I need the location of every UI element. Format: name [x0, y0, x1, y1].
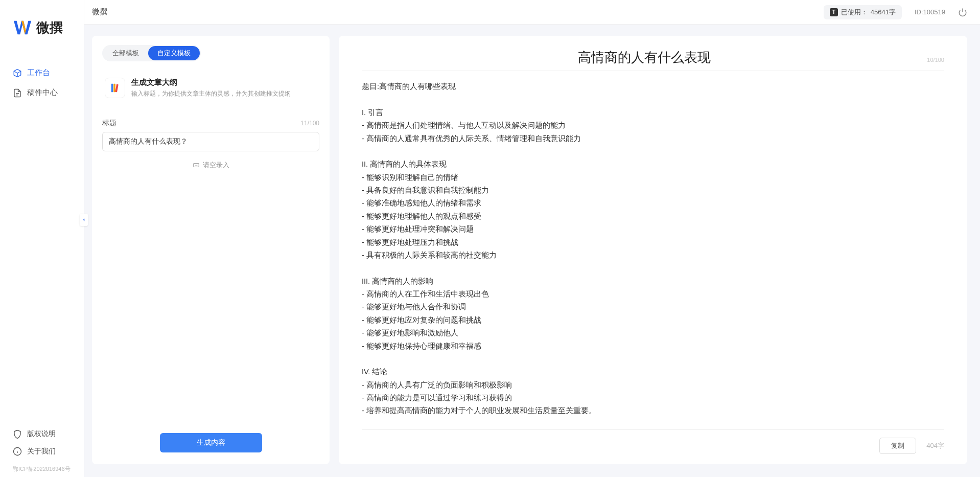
- word-count: 404字: [926, 441, 944, 450]
- user-id: ID:100519: [915, 8, 945, 16]
- books-icon: [109, 82, 121, 94]
- svg-rect-5: [193, 164, 199, 167]
- sidebar: 微撰 工作台 稿件中心: [0, 0, 84, 477]
- sidebar-collapse-handle[interactable]: [80, 214, 88, 226]
- shield-icon: [13, 429, 22, 439]
- svg-rect-3: [113, 84, 115, 93]
- nav-item-workbench[interactable]: 工作台: [0, 63, 84, 83]
- logo: 微撰: [0, 0, 84, 48]
- svg-rect-4: [115, 84, 118, 92]
- template-title: 生成文章大纲: [131, 78, 317, 87]
- svg-rect-2: [111, 84, 113, 93]
- usage-pill[interactable]: T 已使用： 45641字: [824, 5, 902, 19]
- divider: [362, 71, 944, 71]
- output-title: 高情商的人有什么表现: [362, 49, 927, 66]
- footer-nav: 版权说明 关于我们: [0, 420, 84, 463]
- cube-icon: [13, 69, 22, 78]
- nav-label: 稿件中心: [27, 88, 58, 98]
- title-counter: 11/100: [300, 120, 319, 127]
- main-nav: 工作台 稿件中心: [0, 48, 84, 420]
- output-footer: 复制 404字: [362, 429, 944, 454]
- title-form-group: 标题 11/100: [102, 119, 319, 151]
- nav-label: 工作台: [27, 68, 50, 78]
- template-desc: 输入标题，为你提供文章主体的灵感，并为其创建推文提纲: [131, 89, 317, 98]
- copy-button[interactable]: 复制: [879, 438, 916, 454]
- chevron-left-icon: [81, 217, 86, 222]
- template-icon-wrapper: [105, 78, 125, 98]
- nav-label: 版权说明: [27, 429, 56, 439]
- output-body[interactable]: 题目:高情商的人有哪些表现 I. 引言 - 高情商是指人们处理情绪、与他人互动以…: [362, 80, 944, 424]
- template-tabs: 全部模板 自定义模板: [102, 45, 201, 61]
- text-icon: T: [830, 8, 838, 16]
- usage-value: 45641字: [871, 8, 896, 17]
- template-card: 生成文章大纲 输入标题，为你提供文章主体的灵感，并为其创建推文提纲: [102, 73, 319, 103]
- output-title-counter: 10/100: [927, 57, 944, 63]
- document-icon: [13, 88, 22, 98]
- tab-all-templates[interactable]: 全部模板: [103, 46, 148, 60]
- nav-label: 关于我们: [27, 447, 56, 456]
- title-label: 标题: [102, 119, 116, 128]
- logo-text: 微撰: [36, 19, 63, 37]
- tab-custom-templates[interactable]: 自定义模板: [148, 46, 200, 60]
- power-icon[interactable]: [958, 8, 967, 17]
- icp-text: 鄂ICP备2022016946号: [0, 463, 84, 477]
- generate-button[interactable]: 生成内容: [160, 433, 262, 452]
- voice-input-label: 请空录入: [203, 161, 229, 170]
- nav-item-drafts[interactable]: 稿件中心: [0, 83, 84, 103]
- logo-icon: [13, 18, 32, 37]
- nav-item-copyright[interactable]: 版权说明: [0, 425, 84, 443]
- page-title: 微撰: [92, 7, 107, 17]
- title-input[interactable]: [102, 132, 319, 151]
- keyboard-icon: [193, 162, 200, 169]
- input-panel: 全部模板 自定义模板 生成文章大纲 输入标题，为你提供文章主体的灵感，并为其创建…: [92, 36, 330, 464]
- output-panel: 高情商的人有什么表现 10/100 题目:高情商的人有哪些表现 I. 引言 - …: [339, 36, 967, 464]
- voice-input-button[interactable]: 请空录入: [102, 161, 319, 170]
- topbar: 微撰 T 已使用： 45641字 ID:100519: [84, 0, 980, 25]
- info-icon: [13, 447, 22, 456]
- usage-label: 已使用：: [841, 8, 868, 17]
- nav-item-about[interactable]: 关于我们: [0, 443, 84, 460]
